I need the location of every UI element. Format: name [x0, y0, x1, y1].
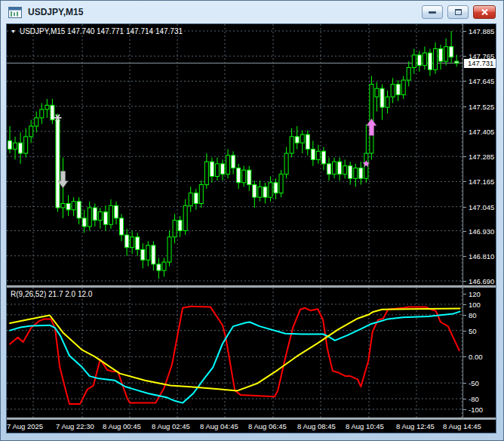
time-axis-label: 7 Aug 2025 — [7, 422, 43, 430]
time-axis-label: 8 Aug 06:45 — [248, 422, 287, 430]
titlebar[interactable]: USDJPY,M15 — [1, 1, 503, 23]
price-axis-tick — [463, 31, 466, 32]
minimize-button[interactable] — [422, 5, 443, 19]
indicator-axis-label: 50 — [469, 327, 477, 335]
chart-client-area: ▼ USDJPY,M15 147.740 147.771 147.714 147… — [7, 24, 496, 433]
indicator-axis-label: -80 — [469, 395, 479, 403]
window-controls — [422, 5, 496, 19]
symbol-dropdown-icon[interactable]: ▼ — [11, 28, 16, 35]
time-axis-label: 8 Aug 02:45 — [152, 422, 190, 430]
indicator-axis-label: -100 — [469, 406, 483, 414]
price-axis-label: 147.165 — [469, 177, 494, 186]
time-axis-label: 8 Aug 08:45 — [297, 422, 336, 430]
time-axis[interactable]: 7 Aug 20257 Aug 22:308 Aug 00:458 Aug 02… — [7, 420, 496, 433]
price-axis-tick — [463, 181, 466, 182]
price-axis-tick — [463, 56, 466, 57]
price-axis-label: 147.645 — [469, 77, 494, 85]
restore-icon — [455, 9, 462, 15]
minimize-icon — [429, 11, 436, 14]
price-axis-tick — [463, 156, 466, 157]
price-axis-tick — [463, 231, 466, 232]
time-axis-label: 7 Aug 22:30 — [56, 422, 94, 430]
price-axis-tick — [463, 256, 466, 257]
terminal-window: USDJPY,M15 ▼ USDJPY,M15 147.740 147.771 … — [0, 0, 504, 441]
indicator-label: R(9,26,52) 21.7 2.0 12.0 — [11, 290, 92, 298]
price-axis-label: 147.405 — [469, 128, 494, 136]
price-axis-label: 146.810 — [469, 252, 494, 261]
ohlc-text: USDJPY,M15 147.740 147.771 147.714 147.7… — [20, 27, 183, 35]
indicator-axis-label: 0.00 — [469, 353, 483, 361]
chart-window-icon — [8, 7, 22, 18]
indicator-axis-tick — [463, 409, 466, 410]
price-chart[interactable] — [7, 24, 463, 285]
restore-button[interactable] — [447, 5, 469, 19]
price-axis-tick — [463, 281, 466, 282]
price-axis[interactable]: 147.731 147.885147.765147.645147.525147.… — [463, 24, 496, 420]
indicator-axis-label: 80 — [469, 311, 477, 319]
price-axis-label: 147.525 — [469, 103, 494, 111]
indicator-chart[interactable] — [7, 288, 463, 418]
price-axis-label: 147.885 — [469, 27, 494, 35]
price-axis-label: 147.045 — [469, 203, 494, 211]
price-axis-tick — [463, 81, 466, 82]
indicator-axis-label: 100 — [469, 301, 481, 309]
time-axis-label: 8 Aug 10:45 — [346, 422, 384, 430]
price-axis-tick — [463, 207, 466, 208]
time-axis-label: 8 Aug 00:45 — [103, 422, 141, 430]
price-axis-label: 147.765 — [469, 52, 494, 60]
price-axis-tick — [463, 106, 466, 107]
indicator-axis-label: -50 — [469, 379, 479, 387]
indicator-axis-tick — [463, 399, 466, 399]
close-icon — [481, 8, 489, 16]
indicator-axis-tick — [463, 383, 466, 384]
indicator-axis-tick — [463, 331, 466, 332]
close-button[interactable] — [473, 5, 496, 19]
indicator-axis-tick — [463, 294, 466, 295]
price-axis-label: 146.930 — [469, 227, 494, 236]
chart-ohlc-header: ▼ USDJPY,M15 147.740 147.771 147.714 147… — [11, 27, 183, 35]
time-axis-label: 8 Aug 14:45 — [443, 422, 481, 430]
indicator-axis-tick — [463, 304, 466, 305]
indicator-axis-tick — [463, 356, 466, 357]
price-axis-tick — [463, 131, 466, 132]
price-axis-label: 146.690 — [469, 277, 494, 285]
window-title: USDJPY,M15 — [28, 7, 83, 17]
indicator-axis-tick — [463, 315, 466, 316]
time-axis-label: 8 Aug 04:45 — [200, 422, 238, 430]
price-axis-label: 147.285 — [469, 153, 494, 161]
indicator-axis-label: 120 — [469, 290, 481, 298]
time-axis-label: 8 Aug 12:45 — [396, 422, 435, 430]
